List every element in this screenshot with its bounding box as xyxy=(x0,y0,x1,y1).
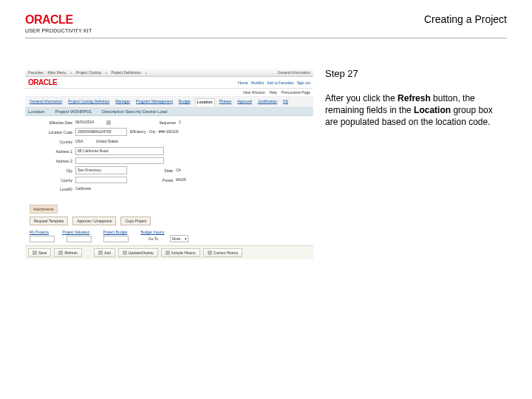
id-2[interactable] xyxy=(66,236,92,242)
loccode-lbl: Location Code xyxy=(30,130,72,134)
crumb-2[interactable]: Project Definitions xyxy=(112,70,141,75)
loccode-txt: Efficiency - City - ###-100100 xyxy=(130,129,179,135)
correct-button[interactable]: Correct History xyxy=(203,248,242,257)
state-lbl: State xyxy=(155,168,173,173)
tab-manager[interactable]: Manager xyxy=(114,98,132,106)
topbar-fav[interactable]: Favorites xyxy=(28,70,44,75)
link-home[interactable]: Home xyxy=(238,81,248,85)
section-bar: Location Project WSNRP01 Description Sec… xyxy=(25,108,313,116)
id-row: Go To More xyxy=(25,235,313,245)
link-budgetinq[interactable]: Budget Inquiry xyxy=(140,230,164,234)
oracle-logo: ORACLE xyxy=(25,13,92,27)
link-row: My Projects Project Valuation Project Bu… xyxy=(25,227,313,235)
action-buttons: Request Template Approve / Unapprove Cop… xyxy=(25,215,313,227)
project-lbl: Project xyxy=(55,109,69,114)
app-breadcrumb: Favorites Main Menu › Project Costing › … xyxy=(25,68,313,77)
link-myprojects[interactable]: My Projects xyxy=(30,230,49,234)
section-title: Location xyxy=(28,109,45,114)
id-3[interactable] xyxy=(103,236,129,242)
request-template-button[interactable]: Request Template xyxy=(30,216,68,225)
instructions-panel: Step 27 After you click the Refresh butt… xyxy=(325,68,505,259)
app-header-links: Home Worklist Add to Favorites Sign out xyxy=(238,81,310,85)
local-lbl: LocalID xyxy=(30,187,72,191)
oracle-sub: USER PRODUCTIVITY KIT xyxy=(25,28,92,33)
topbar-main[interactable]: Main Menu xyxy=(48,70,66,75)
logo-block: ORACLE USER PRODUCTIVITY KIT xyxy=(25,13,92,33)
link-worklist[interactable]: Worklist xyxy=(251,81,265,85)
goto-lbl: Go To xyxy=(140,236,158,241)
refresh-icon xyxy=(58,250,63,255)
goto-select[interactable]: More xyxy=(170,235,188,242)
link-personalize[interactable]: Personalize Page xyxy=(282,90,310,95)
app-subheader: New Window Help Personalize Page xyxy=(25,89,313,97)
save-button[interactable]: Save xyxy=(28,248,51,257)
tab-phases[interactable]: Phases xyxy=(218,98,233,106)
loccode-field[interactable]: 200000AB06104700 xyxy=(75,128,127,136)
copy-project-button[interactable]: Copy Project xyxy=(120,216,151,225)
tab-costing[interactable]: Project Costing Definition xyxy=(66,98,111,106)
correct-icon xyxy=(208,250,212,255)
seq-val: 1 xyxy=(179,119,181,126)
link-projbudget[interactable]: Project Budget xyxy=(103,230,128,234)
include-button[interactable]: Include History xyxy=(161,248,200,257)
add-icon xyxy=(98,250,103,255)
bottom-toolbar: Save Refresh Add Update/Display Include … xyxy=(25,245,313,259)
app-oracle-logo: ORACLE xyxy=(28,78,57,86)
tab-de[interactable]: DE xyxy=(282,98,290,106)
page-title: Creating a Project xyxy=(424,13,507,25)
addr2-lbl: Address 2 xyxy=(30,159,72,163)
country-val: USA xyxy=(75,138,93,145)
step-label: Step 27 xyxy=(325,68,505,79)
link-newwindow[interactable]: New Window xyxy=(243,90,265,95)
calendar-icon[interactable] xyxy=(106,120,111,125)
update-icon xyxy=(123,250,127,255)
tab-program[interactable]: Program Management xyxy=(134,98,174,106)
local-val: California xyxy=(75,185,91,192)
county-lbl: County xyxy=(30,178,72,183)
postal-val: 94105 xyxy=(176,177,186,183)
crumb-3[interactable]: General Information xyxy=(278,70,310,75)
refresh-button[interactable]: Refresh xyxy=(54,248,82,257)
country-txt: United States xyxy=(96,138,118,145)
effdate-val: 06/01/2014 xyxy=(75,119,103,126)
project-val: WSNRP01 xyxy=(70,109,92,114)
addr2-field[interactable] xyxy=(75,157,164,164)
location-form: Effective Date 06/01/2014 Sequence 1 Loc… xyxy=(25,116,313,202)
state-val: CA xyxy=(176,167,181,174)
link-valuation[interactable]: Project Valuation xyxy=(62,230,89,234)
approve-button[interactable]: Approve / Unapprove xyxy=(72,216,116,225)
tab-justification[interactable]: Justification xyxy=(256,98,279,106)
include-icon xyxy=(166,250,170,255)
link-signout[interactable]: Sign out xyxy=(297,81,310,85)
add-button[interactable]: Add xyxy=(94,248,115,257)
desc-lbl: Description xyxy=(102,109,124,114)
city-lbl: City xyxy=(30,168,72,173)
tab-general[interactable]: General Information xyxy=(28,98,64,106)
attachments-expand[interactable]: Attachments xyxy=(30,205,58,214)
tab-location[interactable]: Location xyxy=(195,98,215,106)
country-lbl: Country xyxy=(30,140,72,144)
crumb-1[interactable]: Project Costing xyxy=(76,70,101,75)
seq-lbl: Sequence xyxy=(146,120,176,125)
link-help[interactable]: Help xyxy=(270,90,277,95)
desc-val: Security Device Load xyxy=(126,109,168,114)
step-body: After you click the Refresh button, the … xyxy=(325,92,505,129)
postal-lbl: Postal xyxy=(155,178,173,183)
addr1-field[interactable]: 88 California Road xyxy=(75,147,164,155)
city-field[interactable]: San Francisco xyxy=(75,166,127,174)
save-icon xyxy=(33,250,37,255)
tab-approval[interactable]: Approval xyxy=(236,98,253,106)
link-fav[interactable]: Add to Favorites xyxy=(267,81,293,85)
app-screenshot: Favorites Main Menu › Project Costing › … xyxy=(25,68,313,259)
addr1-lbl: Address 1 xyxy=(30,149,72,154)
id-1[interactable] xyxy=(30,236,55,242)
update-button[interactable]: Update/Display xyxy=(118,248,158,257)
app-tabs: General Information Project Costing Defi… xyxy=(25,97,313,108)
county-field[interactable] xyxy=(75,177,127,183)
effdate-lbl: Effective Date xyxy=(30,120,72,125)
tab-budget[interactable]: Budget xyxy=(177,98,192,106)
